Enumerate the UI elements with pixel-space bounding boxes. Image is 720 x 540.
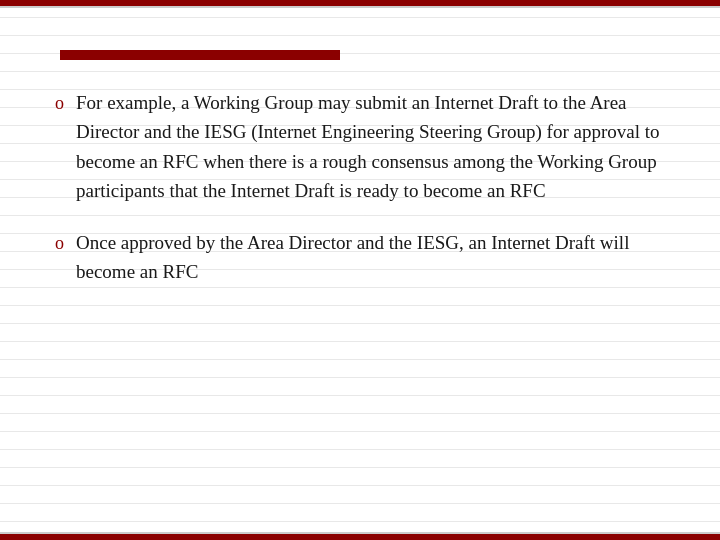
bullet-item-2: o Once approved by the Area Director and… bbox=[55, 228, 665, 287]
bullet-text-2: Once approved by the Area Director and t… bbox=[76, 228, 665, 287]
bullet-icon-2: o bbox=[55, 231, 64, 256]
bullet-icon-1: o bbox=[55, 91, 64, 116]
slide: o For example, a Working Group may submi… bbox=[0, 0, 720, 540]
bottom-bar bbox=[0, 534, 720, 540]
bullet-text-1: For example, a Working Group may submit … bbox=[76, 88, 665, 206]
bullet-item-1: o For example, a Working Group may submi… bbox=[55, 88, 665, 206]
content-area: o For example, a Working Group may submi… bbox=[0, 68, 720, 532]
header-area bbox=[0, 8, 720, 68]
red-accent-block bbox=[60, 50, 340, 60]
